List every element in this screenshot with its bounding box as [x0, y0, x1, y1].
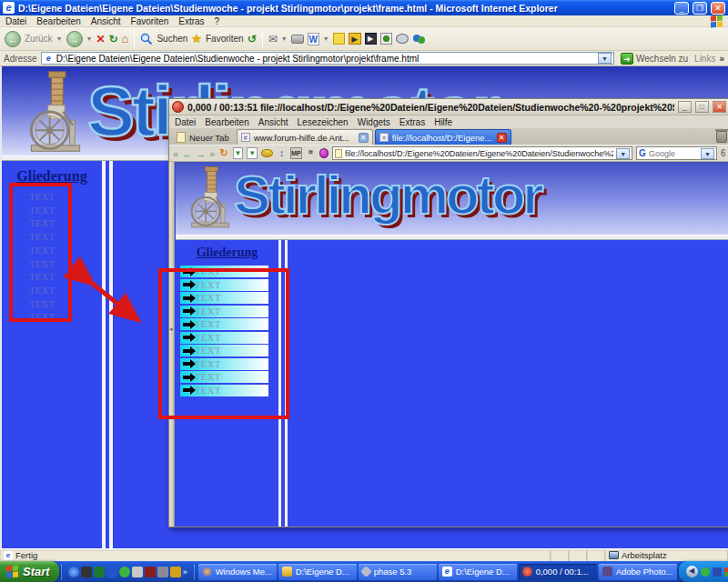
tab-stirlingmotor-active[interactable]: ≡ file://localhost/D:/Eigene... ✕ — [375, 129, 511, 145]
note-icon[interactable] — [333, 33, 345, 45]
favorites-star-icon[interactable]: ★ — [191, 32, 202, 45]
nav-item[interactable]: TEXT — [180, 306, 268, 317]
taskbtn-phase5[interactable]: phase 5.3 — [359, 564, 437, 580]
media-icon[interactable]: ▶ — [365, 33, 377, 45]
tab-forum-hilfe[interactable]: # www.forum-hilfe.de Ant... ✕ — [237, 129, 373, 145]
nav-item[interactable]: TEXT — [180, 385, 268, 396]
nav-item[interactable]: TEXT — [180, 371, 268, 383]
opera-menu-hilfe[interactable]: Hilfe — [434, 117, 452, 127]
edit-word-icon[interactable]: W — [308, 33, 319, 45]
opera-frame-border-vertical[interactable] — [278, 240, 288, 527]
opera-refresh-icon[interactable]: ↻ — [218, 147, 228, 159]
search-dropdown-icon[interactable]: ▼ — [701, 148, 714, 159]
nav-item[interactable]: TEXT — [15, 310, 69, 324]
menu-ansicht[interactable]: Ansicht — [91, 16, 121, 26]
image-app-icon[interactable] — [157, 567, 168, 577]
taskbtn-explorer-folder[interactable]: D:\Eigene D... — [278, 564, 357, 580]
frame-border-vertical[interactable] — [102, 161, 113, 548]
close-button[interactable]: ✕ — [711, 2, 725, 15]
nav-item[interactable]: TEXT — [15, 216, 69, 230]
icq-flower-icon[interactable] — [119, 567, 130, 577]
zoom-control-clipped[interactable]: 6 — [721, 148, 725, 158]
people-icon[interactable] — [412, 33, 425, 45]
pencil-icon[interactable] — [170, 567, 181, 577]
nav-item[interactable]: TEXT — [180, 266, 268, 277]
tab2-close-icon[interactable]: ✕ — [497, 133, 507, 143]
ie-titlebar[interactable]: e D:\Eigene Dateien\Eigene Dateien\Studi… — [0, 0, 728, 15]
address-dropdown-icon[interactable]: ▼ — [598, 53, 612, 64]
forward-dropdown-icon[interactable]: ▼ — [86, 35, 93, 42]
opera-menu-datei[interactable]: Datei — [175, 117, 196, 127]
nav-item[interactable]: TEXT — [180, 279, 268, 291]
restore-button[interactable]: ❐ — [693, 2, 707, 15]
discuss-arrow-icon[interactable]: ▶ — [349, 33, 361, 45]
menu-bearbeiten[interactable]: Bearbeiten — [36, 16, 80, 26]
updown-arrows-icon[interactable]: ↕ — [277, 147, 287, 159]
nav-item[interactable]: TEXT — [15, 284, 69, 297]
tray-redgreen-icon[interactable] — [724, 567, 728, 577]
address-input[interactable]: e D:\Eigene Dateien\Eigene Dateien\Studi… — [41, 52, 614, 65]
refresh-icon[interactable]: ↻ — [109, 33, 118, 45]
nav-item[interactable]: TEXT — [15, 257, 69, 271]
opera-menu-ansicht[interactable]: Ansicht — [258, 117, 288, 127]
search-label[interactable]: Suchen — [157, 34, 187, 44]
print-icon[interactable] — [291, 35, 304, 44]
opera-address-input[interactable]: file://localhost/D:/Eigene%20Dateien/Eig… — [332, 146, 632, 160]
start-button[interactable]: Start — [0, 561, 59, 582]
links-label[interactable]: Links — [694, 54, 715, 64]
home-icon[interactable]: ⌂ — [122, 32, 129, 45]
word-icon[interactable] — [106, 567, 117, 577]
google-search-field[interactable]: G ▼ — [636, 146, 717, 160]
panel-toggle-strip[interactable]: ◂ — [169, 162, 175, 527]
nav-item[interactable]: TEXT — [15, 270, 69, 284]
nav-heading[interactable]: Gliederung — [2, 168, 102, 185]
taskbtn-ie[interactable]: eD:\Eigene D... — [439, 564, 517, 580]
speech-bubble-icon[interactable] — [396, 34, 409, 44]
trash-icon[interactable] — [716, 131, 727, 143]
quicklaunch-overflow-icon[interactable]: » — [183, 567, 187, 577]
app-gray-icon[interactable] — [132, 567, 143, 577]
menu-extras[interactable]: Extras — [178, 16, 204, 26]
menu-datei[interactable]: Datei — [5, 16, 26, 26]
hash-icon[interactable]: ⌗ — [306, 147, 316, 159]
links-chevron-icon[interactable]: » — [719, 54, 724, 64]
search-icon[interactable] — [140, 33, 153, 45]
app-m-icon[interactable] — [81, 567, 92, 577]
new-tab-button[interactable]: Neuer Tab — [171, 130, 235, 145]
nav-item[interactable]: TEXT — [180, 318, 268, 330]
opera-nav-heading[interactable]: Gliederung — [176, 246, 278, 260]
mp-icon[interactable]: MP — [290, 147, 302, 159]
taskbar-grip[interactable] — [194, 565, 195, 579]
quicklaunch-grip[interactable] — [61, 565, 62, 579]
app-red-icon[interactable] — [145, 567, 156, 577]
rewind-icon[interactable]: « — [173, 148, 178, 159]
forward-button[interactable]: → — [66, 31, 83, 47]
nav-item[interactable]: TEXT — [180, 332, 268, 344]
menu-hilfe[interactable]: ? — [215, 16, 220, 26]
nav-item[interactable]: TEXT — [15, 190, 69, 204]
opera-menu-bearbeiten[interactable]: Bearbeiten — [205, 117, 248, 127]
mail-dropdown-icon[interactable]: ▼ — [281, 35, 288, 42]
media-player-icon[interactable] — [68, 567, 79, 577]
opera-minimize-button[interactable]: _ — [678, 101, 692, 113]
taskbtn-photoshop[interactable]: Adobe Photo... — [599, 564, 677, 580]
edit-dropdown-icon[interactable]: ▼ — [323, 35, 329, 42]
nav-item[interactable]: TEXT — [180, 292, 268, 304]
mail-icon[interactable]: ✉ — [268, 33, 278, 45]
back-dropdown-icon[interactable]: ▼ — [56, 35, 63, 42]
opera-menu-extras[interactable]: Extras — [399, 117, 425, 127]
opera-menu-lesezeichen[interactable]: Lesezeichen — [298, 117, 349, 127]
magenta-blob-icon[interactable] — [319, 148, 329, 158]
tab1-close-icon[interactable]: ✕ — [359, 133, 369, 143]
nav-item[interactable]: TEXT — [15, 204, 69, 217]
opera-close-button[interactable]: ✕ — [713, 101, 726, 113]
opera-address-dropdown-icon[interactable]: ▼ — [616, 148, 630, 159]
taskbtn-opera-active[interactable]: 0,000 / 00:1... — [519, 564, 597, 580]
menu-favoriten[interactable]: Favoriten — [131, 16, 169, 26]
taskbtn-windows-media[interactable]: Windows Me... — [198, 564, 277, 580]
nav-item[interactable]: TEXT — [15, 244, 69, 257]
excel-icon[interactable] — [94, 567, 105, 577]
fast-forward-icon[interactable]: » — [209, 148, 215, 159]
yellow-oval-icon[interactable] — [261, 149, 273, 157]
back-button[interactable]: ← — [5, 31, 21, 47]
